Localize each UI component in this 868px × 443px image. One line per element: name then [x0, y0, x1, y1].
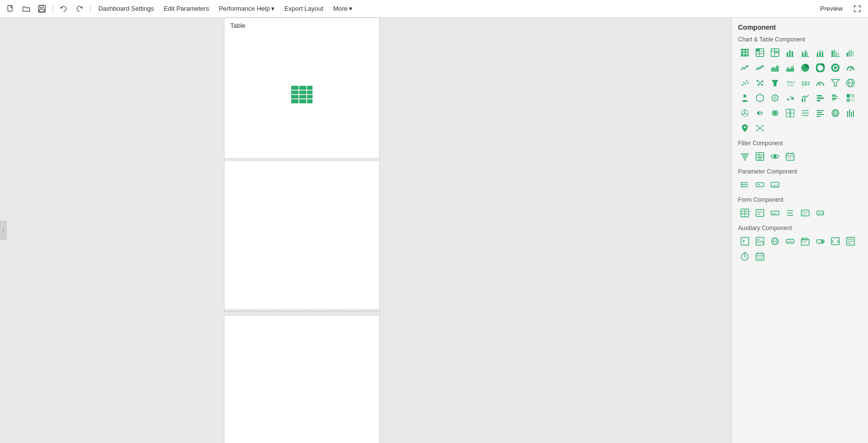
svg-point-67	[761, 80, 763, 82]
filter-funnel-icon[interactable]	[829, 76, 842, 90]
donut-chart-icon[interactable]	[813, 61, 827, 75]
svg-rect-98	[851, 98, 854, 102]
speedometer-icon[interactable]	[813, 76, 827, 90]
bottom-panel[interactable]	[224, 315, 380, 443]
bar-chart-extra-icon[interactable]	[844, 46, 857, 59]
form-text-icon[interactable]	[798, 206, 812, 220]
param-list-icon[interactable]	[738, 178, 752, 192]
table-panel[interactable]: Table	[224, 18, 380, 159]
location-pin-icon[interactable]	[738, 121, 752, 135]
tab-aux-icon[interactable]: TAB	[798, 234, 812, 248]
svg-point-56	[834, 66, 837, 69]
canvas-container: Table	[224, 18, 380, 443]
bar-chart-icon[interactable]	[783, 46, 797, 59]
code-aux-icon[interactable]	[829, 234, 842, 248]
performance-help-button[interactable]: Performance Help ▾	[215, 2, 278, 16]
equalizer-icon[interactable]	[844, 106, 857, 120]
line-chart-icon[interactable]	[738, 61, 752, 75]
radial-icon[interactable]	[738, 106, 752, 120]
form-list-icon[interactable]	[783, 206, 797, 220]
network-chart-icon[interactable]	[753, 121, 767, 135]
more-button[interactable]: More ▾	[329, 2, 356, 16]
image-box-icon[interactable]	[753, 234, 767, 248]
svg-marker-80	[757, 94, 763, 102]
bar-horizontal-group-icon[interactable]	[829, 91, 842, 105]
table-alt-icon[interactable]	[753, 46, 767, 59]
datetime-aux-icon[interactable]: 12:00	[753, 250, 767, 263]
svg-rect-121	[849, 110, 850, 117]
funnel-icon[interactable]	[768, 76, 782, 90]
open-button[interactable]	[19, 2, 33, 16]
list-chart-icon[interactable]	[798, 106, 812, 120]
scatter-dot-icon[interactable]	[783, 91, 797, 105]
svg-point-180	[757, 239, 759, 241]
list-bar-icon[interactable]	[813, 106, 827, 120]
globe-aux-icon[interactable]	[768, 234, 782, 248]
save-button[interactable]	[35, 2, 49, 16]
btn-aux-icon[interactable]: BTN	[783, 234, 797, 248]
scatter-chart-icon[interactable]	[738, 76, 752, 90]
svg-text:TAB: TAB	[802, 241, 806, 243]
svg-rect-38	[822, 53, 823, 57]
chart-table-section-title: Chart & Table Component	[738, 36, 862, 43]
number-chart-icon[interactable]: 123	[798, 76, 812, 90]
dot-chart-icon[interactable]	[753, 76, 767, 90]
text-rich-icon[interactable]	[844, 234, 857, 248]
dashboard-settings-button[interactable]: Dashboard Settings	[94, 2, 158, 16]
filter-eye-icon[interactable]	[768, 150, 782, 163]
edit-parameters-button[interactable]: Edit Parameters	[160, 2, 213, 16]
form-btn-icon[interactable]: BTN	[813, 206, 827, 220]
fullscreen-button[interactable]	[850, 2, 864, 16]
table-grid-icon[interactable]	[738, 46, 752, 59]
preview-button[interactable]: Preview	[814, 2, 849, 16]
filter-table-icon[interactable]	[753, 150, 767, 163]
area-chart-multi-icon[interactable]	[783, 61, 797, 75]
canvas-area[interactable]: › Table	[0, 18, 732, 443]
bar-chart-multi-icon[interactable]	[829, 46, 842, 59]
globe-icon[interactable]	[829, 106, 842, 120]
export-layout-button[interactable]: Export Layout	[280, 2, 327, 16]
svg-rect-88	[817, 95, 822, 96]
map-chart-icon[interactable]	[844, 76, 857, 90]
form-table-icon[interactable]	[738, 206, 752, 220]
param-label-icon[interactable]: ABC	[768, 178, 782, 192]
bar-chart-grouped-icon[interactable]	[798, 46, 812, 59]
svg-point-149	[790, 157, 791, 158]
table-pivot-icon[interactable]	[768, 46, 782, 59]
svg-line-131	[760, 126, 763, 128]
svg-rect-92	[832, 96, 838, 97]
hexagon-outline-icon[interactable]	[768, 91, 782, 105]
svg-line-132	[757, 128, 760, 131]
bar-chart-stacked-icon[interactable]	[813, 46, 827, 59]
word-cloud-icon[interactable]: WordCloud	[783, 76, 797, 90]
combo-chart-icon[interactable]	[798, 91, 812, 105]
collapse-handle[interactable]: ›	[0, 221, 7, 240]
timer-aux-icon[interactable]	[738, 250, 752, 263]
redo-button[interactable]	[73, 2, 86, 16]
undo-button[interactable]	[57, 2, 71, 16]
svg-rect-27	[792, 51, 793, 57]
text-box-icon[interactable]: T	[738, 234, 752, 248]
filter-calendar-icon[interactable]	[783, 150, 797, 163]
param-input-icon[interactable]	[753, 178, 767, 192]
form-card-icon[interactable]	[753, 206, 767, 220]
pie-chart-icon[interactable]	[798, 61, 812, 75]
new-button[interactable]	[4, 2, 18, 16]
filter-list-icon[interactable]	[738, 150, 752, 163]
svg-rect-43	[835, 52, 837, 57]
bar-horizontal-icon[interactable]	[813, 91, 827, 105]
parameter-grid: ABC	[738, 178, 862, 192]
middle-panel[interactable]	[224, 161, 380, 310]
hexagon-icon[interactable]	[753, 91, 767, 105]
person-chart-icon[interactable]	[738, 91, 752, 105]
ring-chart-icon[interactable]	[829, 61, 842, 75]
form-input-icon[interactable]: ABC	[768, 206, 782, 220]
heat-map-icon[interactable]	[844, 91, 857, 105]
toggle-aux-icon[interactable]	[813, 234, 827, 248]
line-chart-multi-icon[interactable]	[753, 61, 767, 75]
area-chart-icon[interactable]	[768, 61, 782, 75]
combo-alt-icon[interactable]	[783, 106, 797, 120]
merge-icon[interactable]	[753, 106, 767, 120]
blend-icon[interactable]	[768, 106, 782, 120]
gauge-chart-icon[interactable]	[844, 61, 857, 75]
